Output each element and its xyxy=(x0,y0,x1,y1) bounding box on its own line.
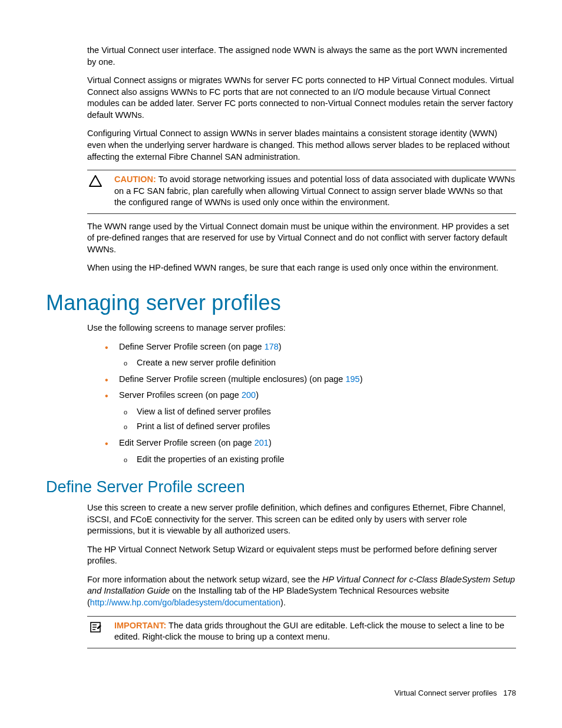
paragraph: The HP Virtual Connect Network Setup Wiz… xyxy=(87,544,516,567)
footer-page-number: 178 xyxy=(503,689,516,697)
heading-managing-server-profiles: Managing server profiles xyxy=(46,291,516,315)
paragraph: the Virtual Connect user interface. The … xyxy=(87,45,516,68)
footer-text: Virtual Connect server profiles xyxy=(395,689,497,697)
important-callout: IMPORTANT: The data grids throughout the… xyxy=(87,616,516,648)
paragraph: Configuring Virtual Connect to assign WW… xyxy=(87,128,516,163)
list-text: ) xyxy=(256,390,259,400)
paragraph: Use the following screens to manage serv… xyxy=(87,322,516,334)
list-text: ) xyxy=(269,438,272,447)
important-icon xyxy=(87,620,104,643)
caution-callout: CAUTION: To avoid storage networking iss… xyxy=(87,170,516,214)
list-text: Define Server Profile screen (on page xyxy=(119,342,265,351)
list-text: Edit Server Profile screen (on page xyxy=(119,438,254,447)
important-body: The data grids throughout the GUI are ed… xyxy=(114,621,504,642)
page-link[interactable]: 195 xyxy=(345,374,359,384)
paragraph: Virtual Connect assigns or migrates WWNs… xyxy=(87,75,516,121)
important-label: IMPORTANT: xyxy=(114,621,166,630)
document-page: the Virtual Connect user interface. The … xyxy=(0,0,562,648)
list-item: Edit Server Profile screen (on page 201)… xyxy=(105,437,516,465)
paragraph: When using the HP-defined WWN ranges, be… xyxy=(87,262,516,274)
heading-define-server-profile: Define Server Profile screen xyxy=(46,478,516,496)
caution-text: CAUTION: To avoid storage networking iss… xyxy=(114,174,516,209)
list-item: Define Server Profile screen (multiple e… xyxy=(105,374,516,386)
sub-item: Edit the properties of an existing profi… xyxy=(123,454,516,466)
caution-icon xyxy=(87,174,104,209)
page-footer: Virtual Connect server profiles 178 xyxy=(395,689,516,697)
sub-item: View a list of defined server profiles xyxy=(123,406,516,418)
list-text: ) xyxy=(279,342,282,351)
sub-list: Edit the properties of an existing profi… xyxy=(123,454,516,466)
sub-list: View a list of defined server profiles P… xyxy=(123,406,516,433)
sub-list: Create a new server profile definition xyxy=(123,357,516,369)
list-item: Server Profiles screen (on page 200) Vie… xyxy=(105,390,516,433)
paragraph: Use this screen to create a new server p… xyxy=(87,502,516,537)
list-text: ) xyxy=(360,374,363,384)
sub-item: Create a new server profile definition xyxy=(123,357,516,369)
text: ). xyxy=(280,598,286,607)
page-link[interactable]: 178 xyxy=(265,342,279,351)
bullet-list: Define Server Profile screen (on page 17… xyxy=(105,341,516,466)
page-link[interactable]: 200 xyxy=(242,390,256,400)
url-link[interactable]: http://www.hp.com/go/bladesystem/documen… xyxy=(90,598,280,607)
important-text: IMPORTANT: The data grids throughout the… xyxy=(114,620,516,643)
sub-item: Print a list of defined server profiles xyxy=(123,421,516,433)
list-item: Define Server Profile screen (on page 17… xyxy=(105,341,516,369)
page-link[interactable]: 201 xyxy=(254,438,269,447)
caution-label: CAUTION: xyxy=(114,174,156,184)
text: For more information about the network s… xyxy=(87,575,322,584)
list-text: Server Profiles screen (on page xyxy=(119,390,242,400)
paragraph: For more information about the network s… xyxy=(87,574,516,609)
list-text: Define Server Profile screen (multiple e… xyxy=(119,374,345,384)
caution-body: To avoid storage networking issues and p… xyxy=(114,174,515,207)
paragraph: The WWN range used by the Virtual Connec… xyxy=(87,221,516,256)
